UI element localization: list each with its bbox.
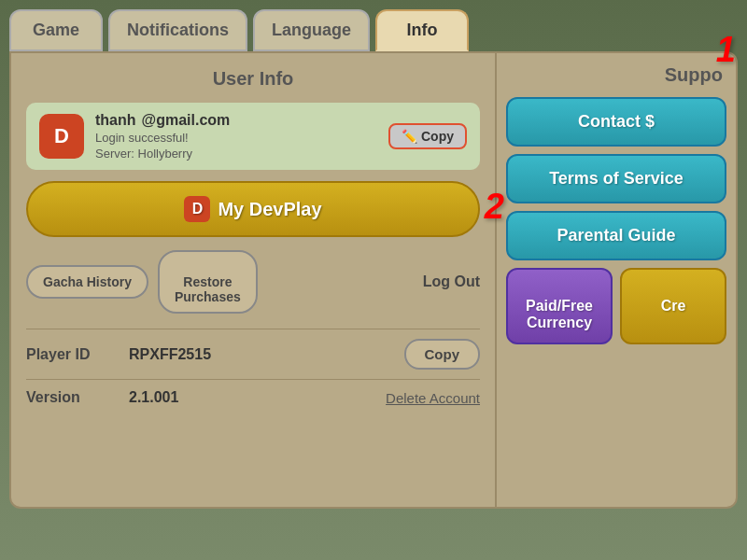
user-info-text: thanh @gmail.com Login successful! Serve… bbox=[95, 112, 377, 161]
version-label: Version bbox=[26, 389, 129, 406]
copy-id-button[interactable]: Copy bbox=[404, 339, 481, 370]
tab-info[interactable]: Info bbox=[375, 9, 469, 51]
user-name: thanh bbox=[95, 112, 136, 129]
delete-account-button[interactable]: Delete Account bbox=[386, 390, 480, 406]
user-email: @gmail.com bbox=[142, 112, 231, 129]
devplay-button[interactable]: D My DevPlay bbox=[26, 181, 480, 237]
player-id-row: Player ID RPXFF2515 Copy bbox=[26, 329, 480, 379]
paid-free-currency-button[interactable]: Paid/Free Currency bbox=[506, 268, 613, 344]
tab-bar: Game Notifications Language Info bbox=[0, 0, 747, 51]
player-id-label: Player ID bbox=[26, 346, 129, 363]
tab-notifications[interactable]: Notifications bbox=[108, 9, 247, 51]
devplay-label: My DevPlay bbox=[218, 199, 321, 220]
restore-purchases-button[interactable]: Restore Purchases bbox=[158, 250, 258, 314]
user-info-title: User Info bbox=[26, 68, 480, 90]
server-info: Server: Hollyberry bbox=[95, 147, 377, 161]
user-card: D thanh @gmail.com Login successful! Ser… bbox=[26, 103, 480, 170]
contact-button[interactable]: Contact $ bbox=[506, 97, 726, 147]
right-panel: Suppo Contact $ Terms of Service Parenta… bbox=[497, 53, 736, 507]
logout-button[interactable]: Log Out bbox=[423, 273, 480, 290]
tab-language[interactable]: Language bbox=[253, 9, 370, 51]
bottom-row: Paid/Free Currency Cre bbox=[506, 268, 726, 344]
avatar: D bbox=[39, 114, 84, 159]
player-id-value: RPXFF2515 bbox=[129, 346, 404, 363]
version-value: 2.1.001 bbox=[129, 389, 386, 406]
login-status: Login successful! bbox=[95, 131, 377, 145]
devplay-icon: D bbox=[184, 196, 210, 222]
parental-guide-button[interactable]: Parental Guide bbox=[506, 211, 726, 260]
version-row: Version 2.1.001 Delete Account bbox=[26, 379, 480, 415]
gacha-history-button[interactable]: Gacha History bbox=[26, 265, 148, 299]
tab-game[interactable]: Game bbox=[9, 9, 103, 51]
main-content: User Info D thanh @gmail.com Login succe… bbox=[9, 51, 738, 509]
background: Game Notifications Language Info User In… bbox=[0, 0, 747, 560]
user-name-row: thanh @gmail.com bbox=[95, 112, 377, 129]
support-title: Suppo bbox=[506, 64, 726, 86]
action-row: Gacha History Restore Purchases Log Out bbox=[26, 250, 480, 314]
left-panel: User Info D thanh @gmail.com Login succe… bbox=[11, 53, 497, 507]
terms-of-service-button[interactable]: Terms of Service bbox=[506, 154, 726, 203]
copy-email-button[interactable]: ✏️Copy bbox=[388, 123, 467, 149]
credits-button[interactable]: Cre bbox=[620, 268, 726, 344]
